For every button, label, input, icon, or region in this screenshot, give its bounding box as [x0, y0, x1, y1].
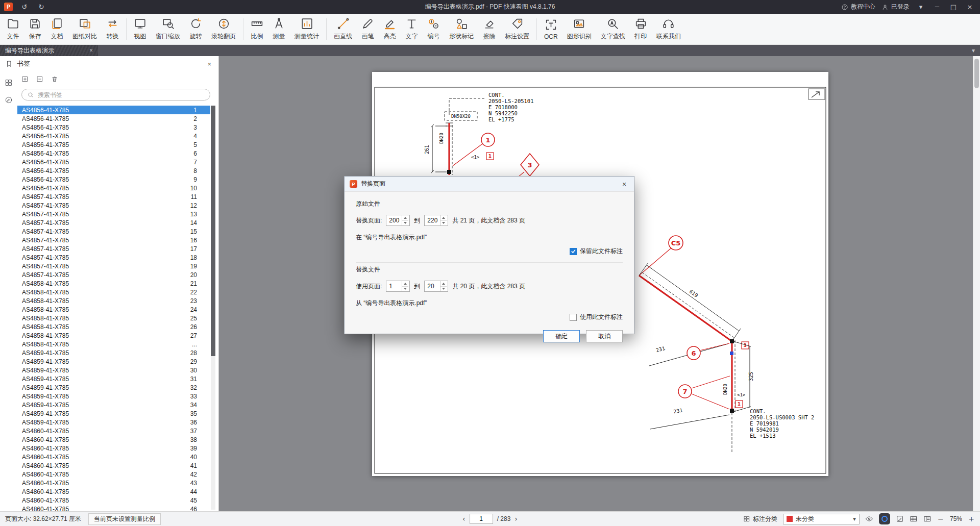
- collapse-all-icon[interactable]: [36, 76, 43, 83]
- close-button[interactable]: ×: [965, 3, 975, 11]
- bookmark-item[interactable]: AS4856-41-X785 7: [17, 158, 210, 166]
- toolbar-print-button[interactable]: 打印: [630, 15, 652, 43]
- minimize-button[interactable]: ─: [932, 3, 942, 11]
- annotation-category-button[interactable]: 标注分类: [743, 515, 777, 523]
- toolbar-shapes-button[interactable]: 形状标记: [445, 15, 478, 43]
- balloon-annotation-6[interactable]: 6: [687, 343, 729, 360]
- cancel-button[interactable]: 取消: [586, 330, 623, 342]
- toolbar-save-button[interactable]: 保存: [24, 15, 46, 43]
- toolbar-ruler-button[interactable]: 比例: [246, 15, 268, 43]
- spin-up-icon[interactable]: [440, 215, 447, 221]
- search-input[interactable]: [38, 91, 205, 98]
- use-annotation-checkbox[interactable]: [570, 314, 577, 321]
- bookmark-item[interactable]: AS4858-41-X785 26: [17, 322, 210, 331]
- table-view-icon[interactable]: [910, 515, 918, 523]
- spin-down-icon[interactable]: [440, 221, 447, 226]
- bookmark-item[interactable]: AS4859-41-X785 32: [17, 383, 210, 392]
- bookmark-item[interactable]: AS4858-41-X785 21: [17, 279, 210, 288]
- toolbar-number-button[interactable]: 编号: [423, 15, 445, 43]
- zoom-in-button[interactable]: +: [968, 515, 975, 523]
- toolbar-contact-button[interactable]: 联系我们: [652, 15, 685, 43]
- bookmark-item[interactable]: AS4856-41-X785 4: [17, 132, 210, 140]
- bookmark-item[interactable]: AS4858-41-X785 25: [17, 314, 210, 322]
- bookmark-item[interactable]: AS4856-41-X785 5: [17, 140, 210, 149]
- toolbar-docs-button[interactable]: 文档: [46, 15, 68, 43]
- bookmark-item[interactable]: AS4859-41-X785 29: [17, 357, 210, 366]
- toolbar-scroll-flip-button[interactable]: 滚轮翻页: [207, 15, 240, 43]
- bookmark-item[interactable]: AS4860-41-X785 46: [17, 505, 210, 511]
- toolbar-highlight-button[interactable]: 高亮: [379, 15, 401, 43]
- prev-page-button[interactable]: ‹: [462, 515, 465, 523]
- maximize-button[interactable]: □: [948, 3, 959, 11]
- bookmark-item[interactable]: AS4859-41-X785 36: [17, 418, 210, 427]
- toolbar-find-text-button[interactable]: 文字查找: [596, 15, 630, 43]
- bookmark-item[interactable]: AS4856-41-X785 6: [17, 149, 210, 158]
- ok-button[interactable]: 确定: [543, 330, 580, 342]
- annotation-mode-icon[interactable]: [896, 515, 904, 523]
- bookmark-item[interactable]: AS4857-41-X785 16: [17, 236, 210, 244]
- bookmark-search[interactable]: [21, 89, 210, 101]
- balloon-annotation-1[interactable]: 1: [453, 133, 495, 166]
- annotation-panel-icon[interactable]: [5, 96, 13, 104]
- bookmark-item[interactable]: AS4859-41-X785 35: [17, 409, 210, 418]
- help-center-button[interactable]: 教程中心: [841, 3, 875, 11]
- bookmark-item[interactable]: AS4860-41-X785 39: [17, 444, 210, 453]
- bookmark-item[interactable]: AS4859-41-X785 33: [17, 392, 210, 400]
- scrollbar-thumb[interactable]: [974, 59, 979, 88]
- next-page-button[interactable]: ›: [514, 515, 518, 523]
- dialog-close-button[interactable]: ×: [620, 180, 629, 188]
- use-from-spinner[interactable]: [386, 281, 410, 292]
- redo-button[interactable]: ↻: [36, 3, 46, 11]
- thumbnails-panel-icon[interactable]: [5, 79, 13, 87]
- tab-active-document[interactable]: 编号导出表格演示 ×: [0, 45, 98, 56]
- bookmark-item[interactable]: AS4857-41-X785 18: [17, 253, 210, 262]
- bookmark-item[interactable]: AS4856-41-X785 1: [17, 106, 210, 114]
- bookmark-item[interactable]: AS4860-41-X785 37: [17, 427, 210, 435]
- expand-all-icon[interactable]: [21, 76, 29, 83]
- bookmark-item[interactable]: AS4858-41-X785 22: [17, 288, 210, 296]
- toolbar-text-button[interactable]: 文字: [401, 15, 423, 43]
- bookmark-item[interactable]: AS4860-41-X785 41: [17, 461, 210, 470]
- use-from-input[interactable]: [386, 281, 402, 291]
- keep-annotation-checkbox[interactable]: [570, 248, 577, 255]
- bookmark-item[interactable]: AS4857-41-X785 14: [17, 218, 210, 227]
- balloon-annotation-7[interactable]: 7: [678, 376, 730, 409]
- toolbar-erase-button[interactable]: 擦除: [478, 15, 500, 43]
- bookmark-item[interactable]: AS4856-41-X785 2: [17, 114, 210, 123]
- bookmark-item[interactable]: AS4860-41-X785 45: [17, 496, 210, 505]
- bookmark-item[interactable]: AS4858-41-X785 24: [17, 305, 210, 314]
- bookmark-scrollbar[interactable]: [211, 106, 215, 510]
- bookmark-item[interactable]: AS4856-41-X785 8: [17, 166, 210, 175]
- orig-from-input[interactable]: [386, 215, 402, 226]
- tab-close-icon[interactable]: ×: [89, 47, 93, 54]
- bookmark-item[interactable]: AS4859-41-X785 31: [17, 374, 210, 383]
- bookmark-item[interactable]: AS4860-41-X785 44: [17, 487, 210, 496]
- toolbar-annot-settings-button[interactable]: 标注设置: [500, 15, 534, 43]
- login-status-button[interactable]: 已登录: [881, 3, 910, 11]
- page-corner-annotation-icon[interactable]: [808, 89, 825, 99]
- spin-up-icon[interactable]: [402, 215, 408, 221]
- tab-overflow-chevron[interactable]: ▾: [967, 45, 980, 56]
- spin-down-icon[interactable]: [440, 287, 447, 292]
- use-to-input[interactable]: [425, 281, 440, 291]
- bookmark-item[interactable]: AS4856-41-X785 9: [17, 175, 210, 184]
- panel-close-button[interactable]: ×: [207, 60, 211, 68]
- bookmark-item[interactable]: AS4857-41-X785 20: [17, 270, 210, 279]
- bookmark-item[interactable]: AS4857-41-X785 12: [17, 201, 210, 210]
- bookmark-item[interactable]: AS4860-41-X785 38: [17, 435, 210, 444]
- bookmark-item[interactable]: AS4856-41-X785 3: [17, 123, 210, 132]
- bookmark-item[interactable]: AS4858-41-X785 27: [17, 331, 210, 340]
- bookmark-item[interactable]: AS4858-41-X785 23: [17, 296, 210, 305]
- category-dropdown[interactable]: 未分类 ▾: [783, 514, 860, 524]
- toolbar-compare-button[interactable]: 图纸对比: [68, 15, 102, 43]
- measure-scale-status[interactable]: 当前页未设置测量比例: [88, 513, 161, 525]
- bookmark-item[interactable]: AS4857-41-X785 15: [17, 227, 210, 236]
- spin-down-icon[interactable]: [402, 221, 408, 226]
- delete-bookmark-icon[interactable]: [51, 76, 58, 83]
- bookmark-item[interactable]: AS4859-41-X785 30: [17, 366, 210, 374]
- bookmark-item[interactable]: AS4859-41-X785 28: [17, 348, 210, 357]
- scrollbar-thumb[interactable]: [211, 106, 215, 356]
- toolbar-measure-button[interactable]: 测量: [268, 15, 290, 43]
- bookmark-item[interactable]: AS4857-41-X785 19: [17, 262, 210, 270]
- toolbar-shape-recog-button[interactable]: 图形识别: [562, 15, 596, 43]
